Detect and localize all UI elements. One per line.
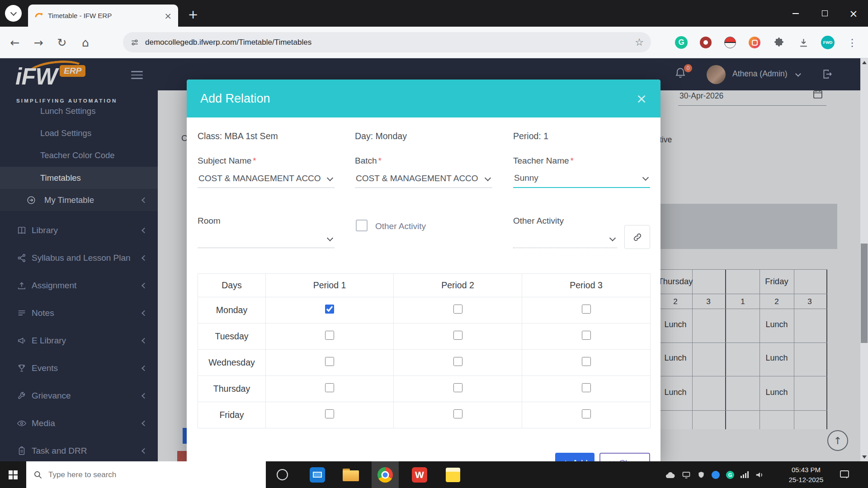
teacher-name-label: Teacher Name*: [513, 156, 574, 166]
taskbar-app-wps[interactable]: W: [406, 461, 433, 488]
table-row: Friday: [198, 402, 651, 428]
clock-date: 25-12-2025: [783, 475, 829, 485]
taskbar-app-file-explorer[interactable]: [337, 461, 364, 488]
period-checkbox[interactable]: [325, 383, 334, 392]
windows-logo-icon: [9, 470, 18, 479]
period-checkbox[interactable]: [325, 305, 334, 314]
grammarly-tray-icon[interactable]: G: [726, 471, 734, 479]
day-cell: Wednesday: [198, 350, 266, 376]
period-checkbox[interactable]: [582, 357, 591, 366]
taskbar-search[interactable]: [26, 461, 266, 488]
window-maximize-button[interactable]: [810, 0, 839, 27]
taskbar-app-monitor[interactable]: [304, 461, 331, 488]
cortana-button[interactable]: [277, 469, 288, 480]
scrollbar-up-arrow[interactable]: [860, 58, 868, 67]
page-scrollbar[interactable]: [860, 58, 868, 461]
window-minimize-button[interactable]: [781, 0, 810, 27]
windows-taskbar: W G 05:43 PM 25-12-2025: [0, 461, 868, 488]
room-select[interactable]: [198, 228, 335, 248]
day-cell: Tuesday: [198, 324, 266, 350]
other-activity-checkbox[interactable]: [356, 220, 368, 231]
column-header: Days: [198, 274, 266, 297]
shield-tray-icon[interactable]: [697, 470, 705, 479]
period-checkbox[interactable]: [582, 331, 591, 340]
taskbar-app-chrome[interactable]: [372, 461, 399, 488]
grammarly-extension-icon[interactable]: G: [675, 36, 688, 49]
teacher-select[interactable]: Sunny: [513, 168, 650, 188]
close-icon: ×: [609, 458, 616, 461]
notification-square-icon: [839, 469, 850, 480]
browser-tab[interactable]: Timetable - IFW ERP ×: [28, 5, 178, 27]
scrollbar-thumb[interactable]: [861, 244, 868, 343]
display-tray-icon[interactable]: [682, 471, 691, 479]
extension-icon-1[interactable]: [700, 37, 712, 48]
onedrive-cloud-icon[interactable]: [665, 471, 675, 479]
subject-select[interactable]: COST & MANAGEMENT ACCO: [198, 168, 335, 188]
blue-app-tray-icon[interactable]: [712, 471, 720, 479]
period-checkbox[interactable]: [453, 331, 462, 340]
address-bar[interactable]: democollegedb.ifwerp.com/Timetable/Timet…: [123, 32, 651, 52]
reload-icon[interactable]: ↻: [55, 36, 69, 49]
other-activity-label: Other Activity: [513, 216, 564, 226]
search-input[interactable]: [48, 470, 220, 479]
wps-icon: W: [412, 467, 427, 483]
period-checkbox[interactable]: [325, 357, 334, 366]
extension-icon-1-dot: [703, 40, 708, 45]
browser-toolbar: ← → ↻ ⌂ democollegedb.ifwerp.com/Timetab…: [0, 27, 868, 58]
window-close-button[interactable]: ×: [839, 0, 868, 27]
new-tab-button[interactable]: +: [184, 5, 202, 23]
table-row: Wednesday: [198, 350, 651, 376]
modal-close-icon[interactable]: ×: [636, 92, 647, 105]
extension-icon-2[interactable]: [724, 37, 736, 48]
period-checkbox[interactable]: [582, 383, 591, 392]
back-icon[interactable]: ←: [8, 36, 22, 49]
taskbar-clock[interactable]: 05:43 PM 25-12-2025: [783, 465, 829, 485]
tab-search-button[interactable]: [5, 5, 22, 22]
minimize-icon: [793, 13, 799, 14]
home-icon[interactable]: ⌂: [79, 36, 92, 49]
extensions-puzzle-icon[interactable]: [774, 37, 784, 48]
column-header: Period 3: [522, 274, 651, 297]
class-info: Class: MBA 1st Sem: [198, 131, 278, 141]
batch-select[interactable]: COST & MANAGEMENT ACCO: [355, 168, 492, 188]
downloads-icon[interactable]: [798, 37, 809, 48]
volume-icon[interactable]: [755, 470, 765, 479]
start-button[interactable]: [0, 461, 26, 488]
period-checkbox[interactable]: [453, 305, 462, 314]
scrollbar-down-arrow[interactable]: [860, 453, 868, 461]
link-button[interactable]: [624, 225, 650, 249]
period-checkbox[interactable]: [453, 383, 462, 392]
add-button[interactable]: +Add: [555, 453, 594, 461]
table-row: Monday: [198, 297, 651, 324]
add-relation-modal: Add Relation × Class: MBA 1st Sem Day: M…: [187, 80, 660, 461]
day-cell: Thursday: [198, 376, 266, 402]
other-activity-select[interactable]: [513, 228, 617, 248]
network-icon[interactable]: [741, 471, 749, 478]
browser-profile-avatar[interactable]: FWD: [821, 36, 835, 49]
action-center-button[interactable]: [839, 469, 850, 480]
system-tray: G: [665, 461, 765, 488]
column-header: Period 1: [266, 274, 394, 297]
period-checkbox[interactable]: [453, 357, 462, 366]
tab-close-icon[interactable]: ×: [164, 11, 172, 20]
room-label: Room: [198, 216, 221, 226]
period-checkbox[interactable]: [325, 331, 334, 340]
clock-time: 05:43 PM: [783, 465, 829, 475]
chevron-down-icon: [327, 175, 333, 181]
subject-name-label: Subject Name*: [198, 156, 256, 166]
chrome-icon: [377, 467, 393, 483]
forward-icon[interactable]: →: [32, 36, 45, 49]
period-checkbox[interactable]: [325, 409, 334, 418]
taskbar-app-notes[interactable]: [439, 461, 467, 488]
period-checkbox[interactable]: [453, 409, 462, 418]
bookmark-star-icon[interactable]: ☆: [635, 37, 644, 48]
period-info: Period: 1: [513, 131, 548, 141]
period-checkbox[interactable]: [582, 409, 591, 418]
day-cell: Monday: [198, 297, 266, 324]
extension-icon-3[interactable]: [749, 37, 760, 48]
close-button[interactable]: ×Close: [599, 453, 650, 461]
period-checkbox[interactable]: [582, 305, 591, 314]
site-info-icon[interactable]: [130, 38, 139, 47]
browser-menu-icon[interactable]: ⋮: [847, 37, 857, 48]
table-row: Tuesday: [198, 324, 651, 350]
